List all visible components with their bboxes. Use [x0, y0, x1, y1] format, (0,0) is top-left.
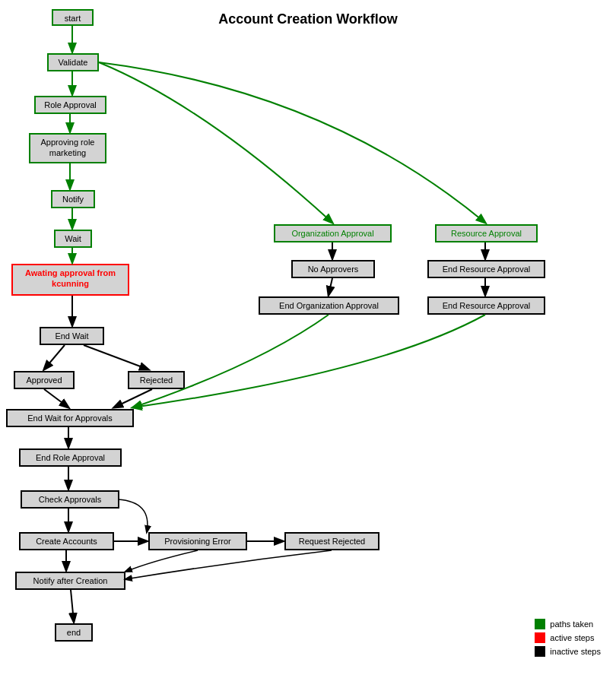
node-role-approval: Role Approval — [34, 96, 106, 114]
svg-line-17 — [71, 590, 74, 622]
legend-active-steps: active steps — [550, 633, 594, 642]
node-end-org-approval: End Organization Approval — [259, 296, 399, 315]
node-notify: Notify — [51, 190, 95, 208]
node-notify-after-creation: Notify after Creation — [15, 572, 125, 590]
legend-red-box — [535, 632, 545, 643]
svg-line-10 — [114, 389, 152, 407]
svg-line-7 — [44, 345, 65, 369]
node-end-wait: End Wait — [40, 327, 104, 345]
node-end-role-approval: End Role Approval — [19, 448, 122, 467]
svg-line-9 — [44, 389, 68, 407]
node-end-resource-approval-2: End Resource Approval — [427, 296, 545, 315]
legend-green-box — [535, 619, 545, 629]
node-request-rejected: Request Rejected — [284, 532, 379, 550]
legend-black-box — [535, 646, 545, 657]
node-create-accounts: Create Accounts — [19, 532, 114, 550]
node-validate: Validate — [47, 53, 99, 71]
node-awating: Awating approval fromkcunning — [11, 264, 129, 296]
node-org-approval: Organization Approval — [274, 224, 392, 242]
node-check-approvals: Check Approvals — [21, 490, 119, 509]
node-resource-approval: Resource Approval — [435, 224, 538, 242]
node-provisioning-error: Provisioning Error — [148, 532, 247, 550]
legend: paths taken active steps inactive steps — [535, 619, 601, 660]
node-no-approvers: No Approvers — [291, 260, 375, 278]
node-start: start — [52, 9, 94, 26]
node-wait: Wait — [54, 230, 92, 248]
node-end-resource-approval-1: End Resource Approval — [427, 260, 545, 278]
legend-inactive-steps: inactive steps — [550, 647, 601, 656]
svg-line-19 — [329, 278, 332, 295]
node-rejected: Rejected — [128, 371, 185, 389]
node-end-wait-approvals: End Wait for Approvals — [6, 409, 134, 427]
svg-line-8 — [84, 345, 148, 369]
node-approved: Approved — [14, 371, 75, 389]
legend-paths-taken: paths taken — [550, 620, 593, 629]
node-approving-role: Approving rolemarketing — [29, 133, 106, 163]
node-end: end — [55, 623, 93, 642]
